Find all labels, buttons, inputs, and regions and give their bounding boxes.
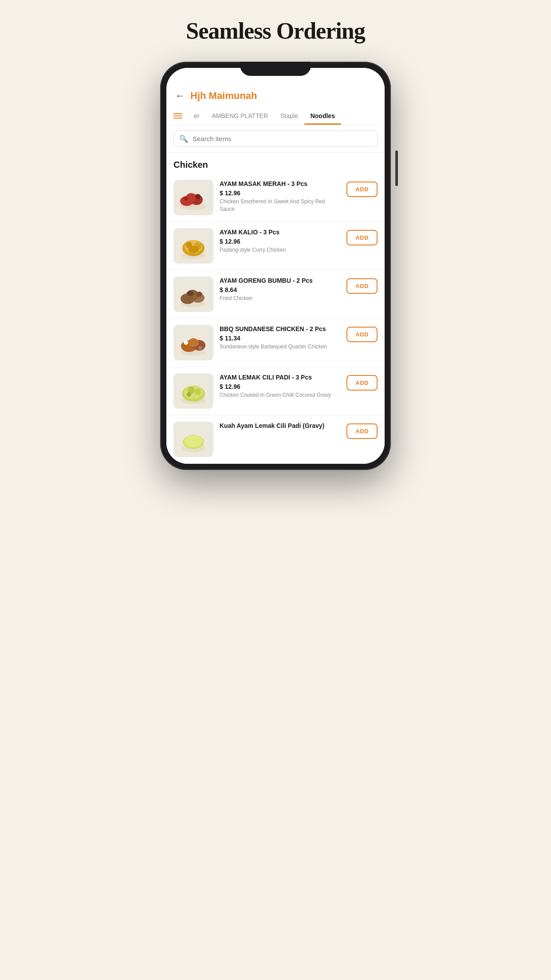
svg-point-4: [184, 196, 188, 201]
svg-point-32: [185, 435, 202, 447]
svg-point-28: [195, 389, 201, 395]
svg-point-5: [195, 194, 201, 199]
search-bar: 🔍: [173, 130, 378, 147]
item-image-1: [173, 180, 213, 215]
add-button-3[interactable]: ADD: [346, 278, 378, 294]
add-button-4[interactable]: ADD: [346, 327, 378, 342]
item-details-2: AYAM KALIO - 3 Pcs $ 12.96 Padang-style …: [220, 228, 340, 254]
item-details-6: Kuah Ayam Lemak Cili Padi (Gravy): [220, 422, 340, 431]
add-button-6[interactable]: ADD: [346, 423, 378, 439]
item-image-2: [173, 228, 213, 264]
category-tabs: er AMBENG PLATTER Staple Noodles: [166, 107, 385, 125]
item-name-2: AYAM KALIO - 3 Pcs: [220, 228, 340, 236]
phone-screen: ← Hjh Maimunah er AMBENG PLATTER Staple …: [166, 68, 385, 464]
tab-ambeng[interactable]: AMBENG PLATTER: [205, 107, 274, 125]
item-image-4: [173, 325, 213, 360]
add-button-5[interactable]: ADD: [346, 375, 378, 391]
section-title: Chicken: [166, 153, 385, 174]
phone-side-button: [395, 150, 398, 186]
menu-item: AYAM LEMAK CILI PADI - 3 Pcs $ 12.96 Chi…: [166, 367, 385, 415]
page-main-title: Seamless Ordering: [186, 18, 365, 44]
item-price-3: $ 8.64: [220, 286, 340, 293]
item-name-1: AYAM MASAK MERAH - 3 Pcs: [220, 180, 340, 188]
item-price-4: $ 11.34: [220, 335, 340, 342]
item-image-3: [173, 277, 213, 312]
menu-item: BBQ SUNDANESE CHICKEN - 2 Pcs $ 11.34 Su…: [166, 319, 385, 367]
item-name-5: AYAM LEMAK CILI PADI - 3 Pcs: [220, 373, 340, 381]
item-name-4: BBQ SUNDANESE CHICKEN - 2 Pcs: [220, 325, 340, 333]
item-price-2: $ 12.96: [220, 238, 340, 245]
restaurant-name: Hjh Maimunah: [190, 90, 257, 102]
item-price-5: $ 12.96: [220, 383, 340, 390]
menu-item: AYAM GORENG BUMBU - 2 Pcs $ 8.64 Fried C…: [166, 270, 385, 319]
svg-point-23: [198, 346, 202, 350]
item-details-3: AYAM GORENG BUMBU - 2 Pcs $ 8.64 Fried C…: [220, 277, 340, 302]
tab-staple[interactable]: Staple: [274, 107, 304, 125]
svg-point-17: [196, 292, 202, 297]
search-input[interactable]: [193, 135, 372, 142]
svg-point-16: [187, 291, 194, 296]
tab-menu[interactable]: er: [188, 107, 205, 125]
item-desc-1: Chicken Smothered In Sweet And Spicy Red…: [220, 198, 340, 213]
item-details-4: BBQ SUNDANESE CHICKEN - 2 Pcs $ 11.34 Su…: [220, 325, 340, 351]
menu-list: AYAM MASAK MERAH - 3 Pcs $ 12.96 Chicken…: [166, 174, 385, 464]
item-desc-4: Sundanese-style Barbequed Quarter Chicke…: [220, 343, 340, 351]
item-desc-2: Padang-style Curry Chicken: [220, 246, 340, 254]
hamburger-menu-icon[interactable]: [173, 113, 182, 119]
item-details-5: AYAM LEMAK CILI PADI - 3 Pcs $ 12.96 Chi…: [220, 373, 340, 399]
svg-point-22: [184, 340, 188, 345]
search-icon: 🔍: [179, 134, 188, 143]
item-price-1: $ 12.96: [220, 190, 340, 197]
item-desc-3: Fried Chicken: [220, 295, 340, 302]
item-details-1: AYAM MASAK MERAH - 3 Pcs $ 12.96 Chicken…: [220, 180, 340, 213]
item-image-6: [173, 422, 213, 457]
menu-item: AYAM MASAK MERAH - 3 Pcs $ 12.96 Chicken…: [166, 174, 385, 222]
item-name-6: Kuah Ayam Lemak Cili Padi (Gravy): [220, 422, 340, 430]
back-button[interactable]: ←: [175, 90, 185, 102]
menu-item: AYAM KALIO - 3 Pcs $ 12.96 Padang-style …: [166, 222, 385, 270]
search-container: 🔍: [166, 125, 385, 153]
item-name-3: AYAM GORENG BUMBU - 2 Pcs: [220, 277, 340, 285]
phone-notch: [240, 62, 311, 76]
add-button-2[interactable]: ADD: [346, 230, 378, 245]
svg-point-11: [188, 246, 199, 253]
item-image-5: [173, 373, 213, 409]
tab-noodles[interactable]: Noodles: [304, 107, 341, 125]
phone-frame: ← Hjh Maimunah er AMBENG PLATTER Staple …: [160, 62, 391, 470]
app-content: ← Hjh Maimunah er AMBENG PLATTER Staple …: [166, 68, 385, 464]
svg-point-29: [187, 392, 191, 397]
add-button-1[interactable]: ADD: [346, 182, 378, 197]
menu-item: Kuah Ayam Lemak Cili Padi (Gravy) ADD: [166, 415, 385, 464]
item-desc-5: Chicken Cooked In Green Chilli Coconut G…: [220, 391, 340, 399]
svg-point-21: [188, 338, 199, 347]
